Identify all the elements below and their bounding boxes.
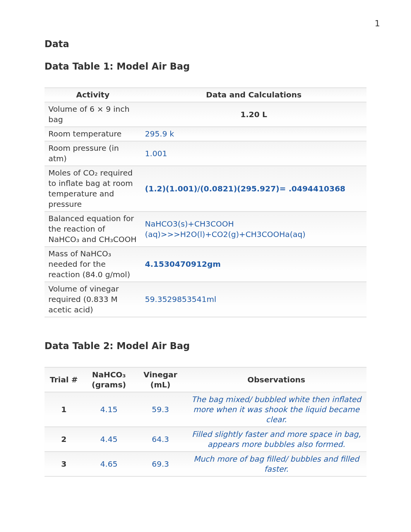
table2-header-trial: Trial # — [45, 367, 83, 392]
trial-observation: The bag mixed/ bubbled white then inflat… — [186, 392, 366, 427]
trial-vinegar: 59.3 — [135, 392, 186, 427]
table1-row-value: 59.3529853541ml — [141, 282, 366, 317]
table1-header-data: Data and Calculations — [141, 87, 366, 102]
table1-row-activity: Room temperature — [45, 127, 141, 142]
table-row: 2 4.45 64.3 Filled slightly faster and m… — [45, 427, 366, 452]
table2-header-nahco3: NaHCO₃ (grams) — [83, 367, 135, 392]
table1-row-value: 1.20 L — [141, 102, 366, 127]
table1-row-activity: Volume of vinegar required (0.833 M acet… — [45, 282, 141, 317]
page-number: 1 — [375, 19, 380, 28]
table1-title: Data Table 1: Model Air Bag — [45, 61, 366, 72]
table2-header-observations: Observations — [186, 367, 366, 392]
table1-row-activity: Room pressure (in atm) — [45, 142, 141, 166]
header-text: (grams) — [92, 380, 126, 389]
table1-row-activity: Moles of CO₂ required to inflate bag at … — [45, 166, 141, 212]
trial-nahco3: 4.65 — [83, 452, 135, 477]
trial-number: 2 — [45, 427, 83, 452]
table-row: 1 4.15 59.3 The bag mixed/ bubbled white… — [45, 392, 366, 427]
trial-nahco3: 4.45 — [83, 427, 135, 452]
table1-row-activity: Mass of NaHCO₃ needed for the reaction (… — [45, 247, 141, 282]
trial-vinegar: 69.3 — [135, 452, 186, 477]
data-table-2: Trial # NaHCO₃ (grams) Vinegar (mL) Obse… — [45, 367, 366, 477]
trial-nahco3: 4.15 — [83, 392, 135, 427]
trial-observation: Much more of bag filled/ bubbles and fil… — [186, 452, 366, 477]
table1-row-activity: Balanced equation for the reaction of Na… — [45, 212, 141, 247]
trial-observation: Filled slightly faster and more space in… — [186, 427, 366, 452]
header-text: NaHCO₃ — [92, 370, 126, 379]
trial-vinegar: 64.3 — [135, 427, 186, 452]
table2-title: Data Table 2: Model Air Bag — [45, 341, 366, 351]
section-heading-data: Data — [45, 39, 366, 49]
trial-number: 3 — [45, 452, 83, 477]
table1-row-value: NaHCO3(s)+CH3COOH (aq)>>>H2O(l)+CO2(g)+C… — [141, 212, 366, 247]
header-text: (mL) — [151, 380, 171, 389]
table1-row-value: (1.2)(1.001)/(0.0821)(295.927)= .0494410… — [141, 166, 366, 212]
table1-header-activity: Activity — [45, 87, 141, 102]
header-text: Vinegar — [144, 370, 177, 379]
data-table-1: Activity Data and Calculations Volume of… — [45, 87, 366, 317]
table1-row-activity: Volume of 6 × 9 inch bag — [45, 102, 141, 127]
table-row: 3 4.65 69.3 Much more of bag filled/ bub… — [45, 452, 366, 477]
table1-row-value: 1.001 — [141, 142, 366, 166]
table1-row-value: 295.9 k — [141, 127, 366, 142]
table1-row-value: 4.1530470912gm — [141, 247, 366, 282]
table2-header-vinegar: Vinegar (mL) — [135, 367, 186, 392]
trial-number: 1 — [45, 392, 83, 427]
